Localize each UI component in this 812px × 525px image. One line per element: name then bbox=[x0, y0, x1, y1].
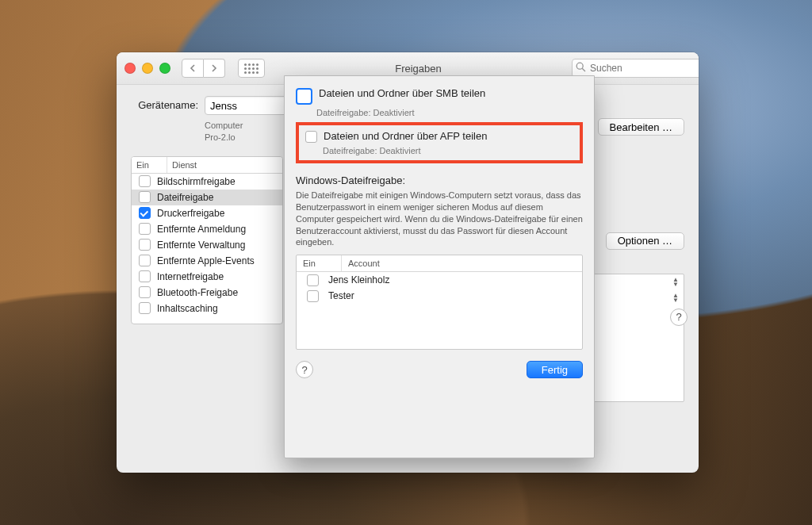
service-checkbox[interactable] bbox=[139, 286, 151, 298]
stepper-icon[interactable]: ▲▼ bbox=[672, 293, 679, 303]
afp-highlight-box: Dateien und Ordner über AFP teilen Datei… bbox=[296, 122, 583, 163]
desktop-background: Freigaben Gerätename: Computer Pro-2.lo … bbox=[0, 0, 812, 525]
service-label: Entfernte Anmeldung bbox=[157, 224, 282, 235]
service-row[interactable]: Internetfreigabe bbox=[132, 269, 282, 285]
accounts-table: Ein Account Jens KleinholzTester bbox=[296, 255, 583, 350]
services-list: Ein Dienst BildschirmfreigabeDateifreiga… bbox=[131, 156, 283, 324]
help-button[interactable]: ? bbox=[670, 308, 688, 326]
service-label: Entfernte Apple-Events bbox=[157, 255, 282, 266]
smb-option-row[interactable]: Dateien und Ordner über SMB teilen bbox=[296, 87, 583, 105]
sheet-help-button[interactable]: ? bbox=[296, 361, 313, 378]
forward-button[interactable] bbox=[204, 59, 225, 78]
afp-checkbox[interactable] bbox=[305, 131, 317, 143]
smb-label: Dateien und Ordner über SMB teilen bbox=[319, 87, 485, 99]
afp-status: Dateifreigabe: Deaktiviert bbox=[323, 146, 573, 155]
account-row[interactable]: Jens Kleinholz bbox=[297, 272, 582, 288]
account-name: Jens Kleinholz bbox=[328, 274, 389, 285]
smb-checkbox[interactable] bbox=[296, 88, 312, 105]
service-checkbox[interactable] bbox=[139, 302, 151, 314]
service-row[interactable]: Entfernte Anmeldung bbox=[132, 221, 282, 237]
svg-point-0 bbox=[576, 63, 583, 69]
afp-label: Dateien und Ordner über AFP teilen bbox=[324, 130, 487, 142]
service-label: Druckerfreigabe bbox=[157, 208, 282, 219]
back-forward-nav bbox=[182, 59, 225, 78]
window-controls bbox=[124, 63, 170, 74]
service-row[interactable]: Entfernte Verwaltung bbox=[132, 237, 282, 253]
windows-sharing-heading: Windows-Dateifreigabe: bbox=[296, 174, 583, 186]
back-button[interactable] bbox=[182, 59, 204, 78]
service-label: Entfernte Verwaltung bbox=[157, 240, 282, 251]
smb-status: Dateifreigabe: Deaktiviert bbox=[316, 108, 583, 117]
service-row[interactable]: Bluetooth-Freigabe bbox=[132, 285, 282, 301]
accounts-col-name: Account bbox=[342, 255, 386, 271]
services-col-on: Ein bbox=[132, 157, 167, 173]
account-checkbox[interactable] bbox=[307, 290, 319, 302]
device-name-label: Gerätename: bbox=[131, 96, 198, 111]
options-sheet: Dateien und Ordner über SMB teilen Datei… bbox=[284, 75, 595, 458]
show-all-button[interactable] bbox=[238, 59, 265, 78]
service-checkbox[interactable] bbox=[139, 175, 151, 187]
service-row[interactable]: Dateifreigabe bbox=[132, 190, 282, 205]
service-checkbox[interactable] bbox=[139, 255, 151, 266]
account-name: Tester bbox=[328, 290, 354, 301]
service-row[interactable]: Druckerfreigabe bbox=[132, 205, 282, 221]
service-checkbox[interactable] bbox=[139, 223, 151, 235]
service-row[interactable]: Inhaltscaching bbox=[132, 301, 282, 316]
services-col-name: Dienst bbox=[167, 157, 201, 173]
minimize-window-button[interactable] bbox=[142, 63, 153, 74]
options-button[interactable]: Optionen … bbox=[606, 232, 684, 250]
account-row[interactable]: Tester bbox=[297, 288, 582, 304]
afp-option-row[interactable]: Dateien und Ordner über AFP teilen bbox=[305, 130, 573, 143]
service-row[interactable]: Entfernte Apple-Events bbox=[132, 253, 282, 269]
stepper-icon[interactable]: ▲▼ bbox=[672, 278, 679, 287]
window-title: Freigaben bbox=[273, 63, 564, 75]
service-checkbox[interactable] bbox=[139, 191, 151, 203]
service-label: Inhaltscaching bbox=[157, 303, 282, 314]
search-icon bbox=[576, 62, 586, 72]
service-label: Bluetooth-Freigabe bbox=[157, 287, 282, 298]
service-label: Bildschirmfreigabe bbox=[157, 176, 282, 187]
close-window-button[interactable] bbox=[124, 63, 136, 74]
service-row[interactable]: Bildschirmfreigabe bbox=[132, 174, 282, 190]
service-checkbox[interactable] bbox=[139, 239, 151, 251]
service-label: Dateifreigabe bbox=[157, 192, 282, 203]
svg-line-1 bbox=[582, 68, 585, 71]
windows-sharing-desc: Die Dateifreigabe mit einigen Windows-Co… bbox=[296, 190, 583, 248]
service-label: Internetfreigabe bbox=[157, 271, 282, 282]
account-checkbox[interactable] bbox=[307, 274, 319, 286]
edit-hostname-button[interactable]: Bearbeiten … bbox=[598, 118, 685, 136]
service-checkbox[interactable] bbox=[139, 270, 151, 282]
accounts-col-on: Ein bbox=[297, 255, 342, 271]
done-button[interactable]: Fertig bbox=[527, 361, 583, 378]
service-checkbox[interactable] bbox=[139, 207, 151, 219]
zoom-window-button[interactable] bbox=[159, 63, 170, 74]
